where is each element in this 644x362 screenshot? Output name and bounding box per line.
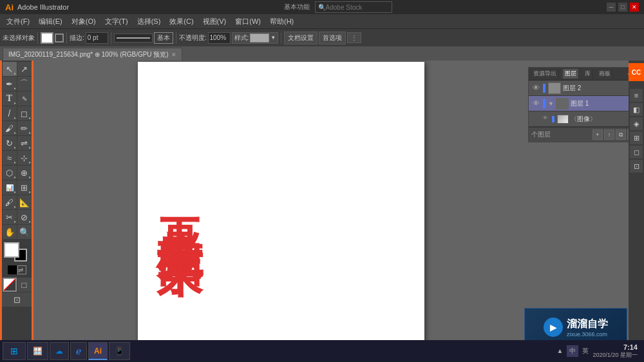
pencil-tool-button[interactable]: ✏ ▸ bbox=[17, 121, 32, 135]
swap-colors[interactable]: ⇌ bbox=[17, 265, 26, 274]
minimize-button[interactable]: ─ bbox=[607, 3, 616, 12]
title-bar: Ai Adobe Illustrator 基本功能 🔍 ─ □ ✕ bbox=[0, 0, 644, 14]
measure-tool-button[interactable]: 📐 bbox=[17, 195, 32, 209]
direct-selection-tool-button[interactable]: ↗ bbox=[17, 62, 32, 76]
pathfinder-button[interactable]: ◻ bbox=[630, 146, 643, 158]
warp-tool-button[interactable]: ≈ ▸ bbox=[3, 151, 17, 165]
eraser-tool-button[interactable]: ⊘ ▸ bbox=[17, 210, 32, 224]
line-icon: / bbox=[8, 108, 11, 119]
phone-taskbar-btn[interactable]: 📱 bbox=[109, 342, 130, 360]
maximize-button[interactable]: □ bbox=[618, 3, 627, 12]
symbol-arrow: ▸ bbox=[29, 175, 31, 179]
windows-taskbar-btn[interactable]: 🪟 bbox=[27, 342, 48, 360]
ie-taskbar-btn[interactable]: ℯ bbox=[70, 342, 87, 360]
reflect-tool-button[interactable]: ⇌ ▸ bbox=[17, 136, 32, 150]
blend-tool-button[interactable]: ⬡ ▸ bbox=[3, 166, 17, 180]
opacity-input[interactable] bbox=[208, 32, 231, 44]
brush-tool-button[interactable]: 🖌 ▸ bbox=[3, 121, 17, 135]
screen-icon: ⊡ bbox=[14, 295, 21, 305]
layers-button[interactable]: ◧ bbox=[630, 103, 643, 116]
ime-indicator[interactable]: 中 bbox=[567, 345, 578, 357]
menu-select[interactable]: 选择(S) bbox=[133, 15, 165, 28]
start-button[interactable]: ⊞ bbox=[3, 342, 26, 360]
layer-row-1[interactable]: 👁 ▼ 图层 1 bbox=[529, 96, 640, 111]
pathfinder-icon: ◻ bbox=[634, 148, 639, 157]
opacity-label: 不透明度: bbox=[179, 33, 207, 43]
move-layer-button[interactable]: ↑ bbox=[604, 129, 614, 140]
sublayer-image-row[interactable]: 👁 〈图像〉 bbox=[529, 111, 640, 127]
stroke-width-input[interactable] bbox=[86, 32, 108, 44]
type-icon: T bbox=[6, 93, 12, 104]
properties-button[interactable]: ≡ bbox=[630, 89, 643, 102]
rect-tool-button[interactable]: ◻ ▸ bbox=[17, 106, 32, 120]
rotate-tool-button[interactable]: ↻ ▸ bbox=[3, 136, 17, 150]
puppet-tool-button[interactable]: ⊹ ▸ bbox=[17, 151, 32, 165]
hand-tool-button[interactable]: ✋ bbox=[3, 225, 17, 239]
style-dropdown[interactable]: 样式: ▼ bbox=[232, 32, 279, 44]
tab-layers[interactable]: 图层 bbox=[563, 69, 579, 79]
duplicate-layer-button[interactable]: ⧉ bbox=[616, 129, 626, 140]
menu-view[interactable]: 视图(V) bbox=[199, 15, 231, 28]
adobe-cc-button[interactable]: CC bbox=[629, 63, 644, 81]
tab-export[interactable]: 资源导出 bbox=[531, 69, 559, 79]
change-screen-button[interactable]: ⊡ bbox=[2, 292, 32, 307]
foreground-color-swatch[interactable] bbox=[4, 242, 19, 258]
align-button[interactable]: ⊞ bbox=[630, 131, 643, 144]
layer-2-visibility-toggle[interactable]: 👁 bbox=[531, 84, 540, 93]
stroke-swatch[interactable] bbox=[55, 33, 64, 43]
libraries-button[interactable]: ◈ bbox=[630, 117, 643, 130]
type-tool-button[interactable]: T ▸ bbox=[3, 91, 17, 106]
fill-swatch[interactable] bbox=[41, 32, 53, 44]
mesh-tool-button[interactable]: ⊞ ▸ bbox=[17, 180, 32, 195]
layer-1-visibility-toggle[interactable]: 👁 bbox=[531, 99, 540, 108]
selection-tool-button[interactable]: ↖ ▸ bbox=[3, 62, 17, 76]
black-white-reset[interactable] bbox=[8, 265, 17, 274]
tab-artboards[interactable]: 画板 bbox=[597, 69, 613, 79]
menu-object[interactable]: 对象(O) bbox=[68, 15, 100, 28]
pen-tool-button[interactable]: ✒ ▸ bbox=[3, 77, 17, 91]
hand-icon: ✋ bbox=[5, 227, 15, 237]
layer-1-color-indicator bbox=[543, 99, 545, 108]
sublayer-visibility-toggle[interactable]: 👁 bbox=[540, 115, 549, 124]
preferences-button[interactable]: 首选项 bbox=[319, 32, 346, 44]
measure-icon: 📐 bbox=[19, 198, 30, 207]
eraser-arrow: ▸ bbox=[29, 219, 31, 224]
fill-none-button[interactable] bbox=[3, 278, 17, 292]
menu-help[interactable]: 帮助(H) bbox=[266, 15, 298, 28]
line-style-preview[interactable] bbox=[114, 33, 153, 43]
watermark-cn-text: 溜溜自学 bbox=[567, 318, 608, 331]
slice-tool-button[interactable]: ✂ ▸ bbox=[3, 210, 17, 224]
touch-type-tool-button[interactable]: ✎ bbox=[17, 91, 32, 106]
stock-search-input[interactable] bbox=[326, 4, 384, 11]
eyedropper-tool-button[interactable]: 🖋 ▸ bbox=[3, 195, 17, 209]
panel-footer: 个图层 + ↑ ⧉ 🗑 bbox=[529, 127, 640, 142]
new-sublayer-button[interactable]: + bbox=[592, 129, 603, 140]
phone-icon: 📱 bbox=[115, 347, 124, 356]
draw-mode-button[interactable]: □ bbox=[17, 278, 32, 292]
zoom-tool-button[interactable]: 🔍 bbox=[17, 225, 32, 239]
graph-tool-button[interactable]: 📊 ▸ bbox=[3, 180, 17, 195]
tab-close-button[interactable]: ✕ bbox=[171, 52, 176, 58]
close-button[interactable]: ✕ bbox=[630, 3, 639, 12]
canvas-chinese-text: 工具栏又回来了 bbox=[157, 181, 204, 226]
layer-expand-icon[interactable]: ▼ bbox=[548, 100, 554, 107]
menu-file[interactable]: 文件(F) bbox=[3, 15, 33, 28]
layer-row-2[interactable]: 👁 图层 2 bbox=[529, 81, 640, 96]
transform-button[interactable]: ⊡ bbox=[630, 160, 643, 173]
menu-edit[interactable]: 编辑(E) bbox=[35, 15, 66, 28]
more-button[interactable]: ⋮ bbox=[347, 32, 361, 43]
line-tool-button[interactable]: / ▸ bbox=[3, 106, 17, 120]
illustrator-taskbar-btn[interactable]: Ai bbox=[88, 342, 108, 360]
curvature-tool-button[interactable]: ⌒ bbox=[17, 77, 32, 91]
overlay-text: 工具栏又回来了 bbox=[138, 62, 424, 345]
doc-settings-button[interactable]: 文档设置 bbox=[284, 32, 317, 44]
onedrive-taskbar-btn[interactable]: ☁ bbox=[50, 342, 69, 360]
ime-en-indicator[interactable]: 英 bbox=[582, 347, 589, 356]
tab-libraries[interactable]: 库 bbox=[583, 69, 593, 79]
document-tab[interactable]: IMG_20200119_215634.png* ⊕ 100% (RGB/GPU… bbox=[3, 48, 182, 61]
blend-arrow: ▸ bbox=[14, 175, 16, 179]
menu-window[interactable]: 窗口(W) bbox=[231, 15, 265, 28]
symbol-tool-button[interactable]: ⊕ ▸ bbox=[17, 166, 32, 180]
menu-effect[interactable]: 效果(C) bbox=[166, 15, 197, 28]
menu-type[interactable]: 文字(T) bbox=[101, 15, 132, 28]
